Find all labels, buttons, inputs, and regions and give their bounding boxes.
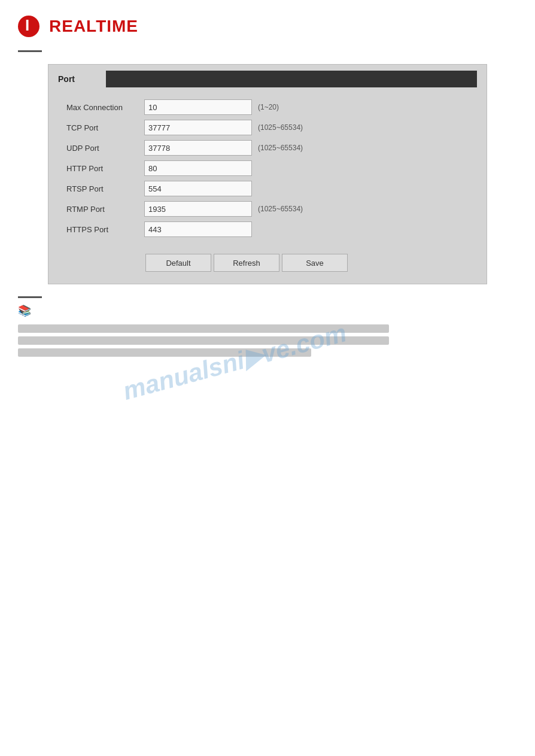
field-input-udp-port[interactable] [144,140,252,156]
text-line-2 [18,336,389,345]
field-input-max-connection[interactable] [144,99,252,115]
field-row: UDP Port(1025~65534) [66,140,469,156]
logo-brand: REALTIME [49,17,138,36]
field-label-udp-port: UDP Port [66,144,144,153]
field-label-rtsp-port: RTSP Port [66,184,144,193]
field-input-tcp-port[interactable] [144,120,252,135]
text-line-3 [18,348,311,357]
note-section: 📚 [18,304,517,357]
port-fields: Max Connection(1~20)TCP Port(1025~65534)… [48,93,487,248]
field-hint-1: (1025~65534) [258,123,303,132]
field-label-tcp-port: TCP Port [66,123,144,132]
top-divider [18,50,42,52]
field-input-rtmp-port[interactable] [144,201,252,217]
field-input-rtsp-port[interactable] [144,181,252,196]
field-hint-2: (1025~65534) [258,144,303,152]
logo-icon: I [18,12,47,41]
port-panel-title: Port [58,74,106,84]
text-line-1 [18,324,389,333]
field-input-http-port[interactable] [144,160,252,176]
save-button[interactable]: Save [282,254,348,272]
field-row: RTMP Port(1025~65534) [66,201,469,217]
field-row: RTSP Port [66,181,469,196]
field-row: TCP Port(1025~65534) [66,120,469,135]
note-text-lines [18,324,517,357]
field-row: HTTP Port [66,160,469,176]
port-panel: Port Max Connection(1~20)TCP Port(1025~6… [48,64,487,284]
field-input-https-port[interactable] [144,221,252,237]
button-row: Default Refresh Save [48,248,487,272]
field-row: HTTPS Port [66,221,469,237]
field-hint-5: (1025~65534) [258,205,303,213]
field-label-https-port: HTTPS Port [66,225,144,234]
note-icon: 📚 [18,304,31,317]
port-header-bar [106,71,477,87]
field-label-rtmp-port: RTMP Port [66,205,144,214]
port-panel-header: Port [48,65,487,93]
field-label-max-connection: Max Connection [66,103,144,112]
svg-text:I: I [25,16,29,34]
default-button[interactable]: Default [145,254,211,272]
refresh-button[interactable]: Refresh [214,254,279,272]
field-hint-0: (1~20) [258,103,279,111]
bottom-divider [18,296,42,298]
field-label-http-port: HTTP Port [66,164,144,173]
field-row: Max Connection(1~20) [66,99,469,115]
logo-area: I REALTIME [0,0,535,47]
